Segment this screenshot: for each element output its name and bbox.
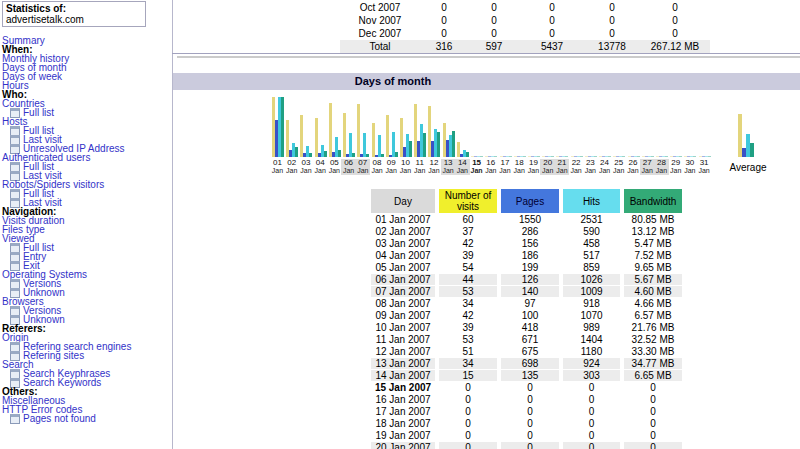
- day-label-30: 30Jan: [682, 159, 697, 175]
- day-cell: 01 Jan 2007: [371, 214, 435, 225]
- bar-group-day-14: [457, 95, 469, 157]
- sidebar-item-full-list[interactable]: Full list: [23, 107, 54, 118]
- daily-table-header-row: DayNumber of visitsPagesHitsBandwidth: [371, 189, 682, 213]
- bar-bandwidth-mb-: [480, 156, 483, 157]
- pages-cell: 156: [501, 238, 559, 249]
- bar-group-day-01: [272, 95, 284, 157]
- sidebar-nav: SummaryWhen:Monthly historyDays of month…: [2, 36, 170, 423]
- day-cell: 09 Jan 2007: [371, 310, 435, 321]
- visits-cell: 0: [439, 442, 497, 449]
- day-label-10: 10Jan: [398, 159, 413, 175]
- bar-group-day-18: [514, 95, 526, 157]
- bandwidth-cell: 0: [624, 430, 682, 441]
- bar-group-day-24: [599, 95, 611, 157]
- bar-bandwidth-mb-: [551, 156, 554, 157]
- section-title: Days of month: [173, 75, 613, 87]
- table-row: 05 Jan 2007541998599.65 MB: [371, 262, 682, 273]
- monthly-cell: 0: [468, 27, 520, 40]
- monthly-cell: 0: [468, 14, 520, 27]
- hits-cell: 0: [563, 442, 620, 449]
- bar-bandwidth-mb-: [295, 147, 298, 157]
- monthly-cell: 0: [520, 14, 584, 27]
- bandwidth-cell: 0: [624, 382, 682, 393]
- visits-cell: 53: [439, 286, 497, 297]
- bar-number-of-visits: [329, 103, 332, 157]
- bandwidth-cell: 32.52 MB: [624, 334, 682, 345]
- table-row: 07 Jan 20075314010094.60 MB: [371, 286, 682, 297]
- hits-cell: 0: [563, 382, 620, 393]
- bar-bandwidth-mb-: [409, 141, 412, 157]
- day-cell: 20 Jan 2007: [371, 442, 435, 449]
- pages-cell: 186: [501, 250, 559, 261]
- day-label-22: 22Jan: [569, 159, 584, 175]
- day-label-31: 31Jan: [697, 159, 712, 175]
- day-label-13: 13Jan: [441, 159, 456, 175]
- visits-cell: 34: [439, 358, 497, 369]
- monthly-cell: 0: [468, 1, 520, 14]
- bar-bandwidth-mb-: [381, 154, 384, 157]
- days-of-month-titlebar: Days of month: [173, 73, 800, 90]
- section-shadow: [177, 56, 800, 58]
- visits-cell: 42: [439, 310, 497, 321]
- visits-cell: 0: [439, 430, 497, 441]
- monthly-cell: 316: [420, 40, 468, 53]
- pages-cell: 0: [501, 406, 559, 417]
- day-label-09: 09Jan: [384, 159, 399, 175]
- day-label-19: 19Jan: [526, 159, 541, 175]
- monthly-cell: 0: [420, 14, 468, 27]
- bar-group-day-13: [443, 95, 455, 157]
- table-row: 19 Jan 20070000: [371, 430, 682, 441]
- hits-cell: 590: [563, 226, 620, 237]
- monthly-cell: 0: [420, 1, 468, 14]
- bar-bandwidth-mb-: [537, 156, 540, 157]
- pages-cell: 1550: [501, 214, 559, 225]
- sidebar: Statistics of: advertisetalk.com Summary…: [0, 0, 171, 449]
- day-label-26: 26Jan: [626, 159, 641, 175]
- pages-cell: 0: [501, 442, 559, 449]
- bar-group-day-17: [500, 95, 512, 157]
- bar-group-day-23: [585, 95, 597, 157]
- bar-number-of-visits: [315, 118, 318, 157]
- day-label-25: 25Jan: [611, 159, 626, 175]
- bar-group-day-25: [613, 95, 625, 157]
- table-row: 13 Jan 20073469892434.77 MB: [371, 358, 682, 369]
- statistics-of-box: Statistics of: advertisetalk.com: [2, 1, 146, 27]
- table-row: 18 Jan 20070000: [371, 418, 682, 429]
- bar-bandwidth-mb-: [309, 153, 312, 157]
- day-cell: 10 Jan 2007: [371, 322, 435, 333]
- pages-cell: 675: [501, 346, 559, 357]
- visits-cell: 39: [439, 250, 497, 261]
- day-label-21: 21Jan: [554, 159, 569, 175]
- site-domain: advertisetalk.com: [6, 14, 84, 25]
- hits-cell: 924: [563, 358, 620, 369]
- day-cell: 16 Jan 2007: [371, 394, 435, 405]
- bar-bandwidth-mb-: [509, 156, 512, 157]
- bar-group-day-11: [414, 95, 426, 157]
- col-header-bandwidth: Bandwidth: [624, 189, 682, 213]
- bar-bandwidth-mb-: [665, 156, 668, 157]
- day-label-18: 18Jan: [512, 159, 527, 175]
- pages-cell: 97: [501, 298, 559, 309]
- bandwidth-cell: 33.30 MB: [624, 346, 682, 357]
- sidebar-item-pages-not-found[interactable]: Pages not found: [23, 413, 96, 424]
- bar-bandwidth-mb-: [594, 156, 597, 157]
- table-row: 15 Jan 20070000: [371, 382, 682, 393]
- bar-group-day-15: [471, 95, 483, 157]
- day-label-15: 15Jan: [469, 159, 484, 175]
- days-of-month-table: DayNumber of visitsPagesHitsBandwidth 01…: [367, 188, 686, 449]
- bar-group-day-20: [542, 95, 554, 157]
- visits-cell: 0: [439, 382, 497, 393]
- table-row: 03 Jan 2007421564585.47 MB: [371, 238, 682, 249]
- monthly-total-row: Total316597543713778267.12 MB: [340, 40, 710, 53]
- day-label-06: 06Jan: [341, 159, 356, 175]
- monthly-cell: Dec 2007: [340, 27, 420, 40]
- bar-bandwidth-mb-: [423, 133, 426, 157]
- hits-cell: 1404: [563, 334, 620, 345]
- bandwidth-cell: 13.12 MB: [624, 226, 682, 237]
- day-cell: 02 Jan 2007: [371, 226, 435, 237]
- pages-cell: 100: [501, 310, 559, 321]
- monthly-cell: 0: [584, 1, 640, 14]
- day-label-17: 17Jan: [498, 159, 513, 175]
- day-label-24: 24Jan: [597, 159, 612, 175]
- pages-cell: 671: [501, 334, 559, 345]
